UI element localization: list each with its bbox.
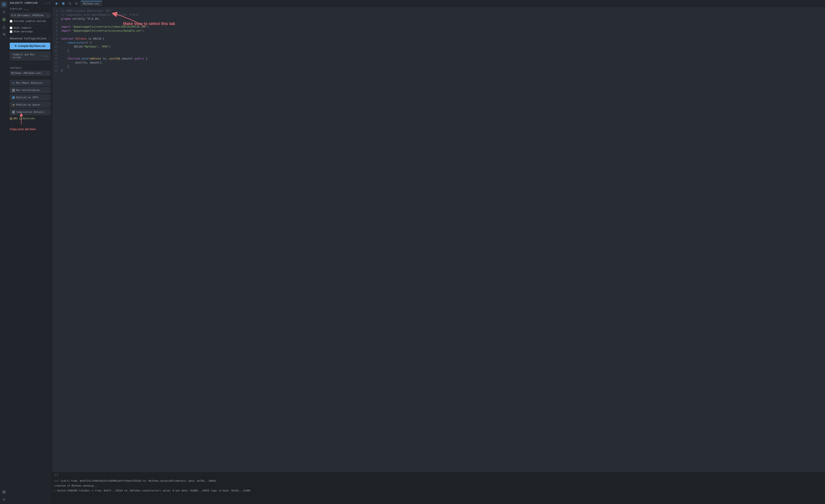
console-text: [call] from: 0xdf721c726467be31fcd5940ca… [61, 480, 216, 482]
line-number: 5 [52, 25, 61, 29]
file-tab-label: MyToken.sol [83, 2, 99, 5]
auto-compile-checkbox[interactable] [10, 26, 12, 29]
code-line: 11 } [52, 49, 825, 53]
code-line: 16} [52, 69, 825, 73]
hide-warnings-row: Hide warnings [10, 30, 50, 33]
abi-icon: ⊕ [10, 117, 12, 120]
version-selector[interactable]: 0.8.28+commit.7893614a ⌄ [10, 13, 50, 18]
nightly-builds-checkbox[interactable] [10, 20, 12, 22]
toolbar-play-icon[interactable] [54, 1, 59, 6]
compile-button[interactable]: ↻ Compile MyToken.sol [10, 43, 50, 49]
console-label: call [54, 480, 59, 482]
code-line: 2// Compatible with OpenZeppelin Contrac… [52, 13, 825, 17]
publish-ipfs-button[interactable]: Publish on IPFS [10, 94, 50, 100]
svg-point-25 [14, 104, 15, 105]
svg-point-2 [3, 11, 5, 13]
plain-token [61, 41, 68, 44]
run-remix-analysis-button[interactable]: Run Remix Analysis [10, 80, 50, 86]
svg-point-9 [4, 33, 5, 34]
panel-header: SOLIDITY COMPILER ⌄ › ✕ [8, 0, 52, 6]
plain-token: ERC20( [61, 45, 83, 48]
panel-close-icon[interactable]: ✕ [49, 1, 50, 4]
toolbar-search-icon[interactable] [67, 1, 73, 6]
bytecode-copy-button[interactable]: Bytecode [19, 117, 35, 120]
advanced-configurations-row[interactable]: Advanced Configurations › [8, 35, 52, 41]
divider-2 [8, 63, 52, 63]
settings-icon[interactable]: ⚙ [46, 55, 48, 58]
scan-icon [12, 89, 15, 92]
abi-copy-button[interactable]: ⊕ ABI [10, 117, 18, 120]
hide-warnings-label: Hide warnings [14, 30, 33, 33]
toolbar-debug-icon[interactable] [61, 1, 66, 6]
compilation-details-button[interactable]: Compilation Details [10, 109, 50, 115]
publish-swarm-label: Publish on Swarm [16, 103, 40, 106]
panel-chevron-right-icon[interactable]: › [46, 1, 48, 4]
auto-compile-label: Auto compile [14, 26, 31, 29]
line-number: 1 [52, 9, 61, 13]
svg-line-41 [77, 4, 78, 5]
string-token: "MTK" [101, 45, 109, 48]
compilation-details-label: Compilation Details [16, 111, 44, 113]
sidebar-icon-settings[interactable] [0, 496, 7, 503]
sidebar-icon-search[interactable] [0, 8, 7, 15]
plain-token [71, 29, 72, 32]
plain-token: } [61, 49, 69, 52]
svg-text:⊕: ⊕ [11, 118, 11, 119]
abi-label: ABI [13, 117, 18, 120]
toolbar-zoom-icon[interactable] [74, 1, 79, 6]
run-solidityscan-button[interactable]: Run SolidityScan [10, 87, 50, 93]
plain-token [80, 57, 82, 60]
contract-token: MyToken [76, 37, 87, 40]
string-token: "@openzeppelin/contracts/token/ERC20/ERC… [72, 25, 148, 28]
console-toggle[interactable]: ⟨⟩ [52, 472, 825, 478]
publish-swarm-button[interactable]: Publish on Swarm [10, 102, 50, 108]
line-number: 10 [52, 45, 61, 49]
sidebar-icon-home[interactable]: R [0, 1, 7, 8]
code-line: 8contract MyToken is ERC20 { [52, 37, 825, 41]
panel-chevron-down-icon[interactable]: ⌄ [44, 1, 45, 4]
plain-token: } [61, 65, 69, 68]
contract-dropdown-icon: ⌄ [47, 72, 49, 75]
version-dropdown-icon: ⌄ [47, 14, 49, 17]
compile-run-button[interactable]: Compile and Run script ⓘ ⚙ [10, 52, 50, 60]
panel-title: SOLIDITY COMPILER [10, 2, 38, 4]
sidebar-icon-compiler[interactable] [0, 16, 7, 23]
code-line: 6import "@openzeppelin/contracts/access/… [52, 29, 825, 33]
svg-rect-13 [3, 491, 4, 492]
sidebar-icon-plugin[interactable] [0, 489, 7, 496]
swarm-icon [12, 103, 15, 106]
panel-header-icons: ⌄ › ✕ [44, 1, 50, 4]
code-editor[interactable]: 1// SPDX-License-Identifier: MIT2// Comp… [52, 7, 825, 472]
sidebar-icon-git[interactable] [0, 31, 7, 38]
advanced-chevron-icon: › [49, 37, 50, 40]
top-toolbar: MyToken.sol [52, 0, 825, 7]
code-line: 10 ERC20("MyToken", "MTK") [52, 45, 825, 49]
svg-point-38 [69, 2, 71, 4]
svg-rect-16 [4, 492, 5, 493]
line-number: 6 [52, 29, 61, 33]
advanced-configurations-label: Advanced Configurations [10, 37, 47, 40]
keyword-token: import [61, 25, 71, 28]
keyword-token: pragma [61, 17, 71, 20]
svg-point-17 [4, 499, 4, 500]
bytecode-label: Bytecode [23, 117, 35, 120]
auto-compile-row: Auto compile [10, 26, 50, 29]
plain-token: amount) [120, 57, 135, 60]
plain-token: ; [143, 29, 144, 32]
line-content: } [61, 49, 69, 53]
hide-warnings-checkbox[interactable] [10, 30, 12, 33]
refresh-icon[interactable]: ↻ [26, 8, 28, 11]
plain-token [61, 57, 68, 60]
line-content: constructor() { [61, 41, 91, 45]
success-icon: ✓ [54, 489, 56, 493]
compile-button-label: Compile MyToken.sol [18, 45, 45, 48]
contract-selector[interactable]: MyToken (MyToken.sol) ⌄ [10, 71, 50, 76]
add-icon[interactable]: + [23, 8, 25, 11]
svg-text:R: R [3, 3, 5, 6]
info-icon[interactable]: ⓘ [42, 55, 45, 58]
line-content: } [61, 69, 63, 73]
line-content: import "@openzeppelin/contracts/token/ER… [61, 25, 149, 29]
file-tab-mytoken[interactable]: MyToken.sol [81, 1, 102, 6]
sidebar-icon-deploy[interactable] [0, 23, 7, 30]
line-number: 11 [52, 49, 61, 53]
